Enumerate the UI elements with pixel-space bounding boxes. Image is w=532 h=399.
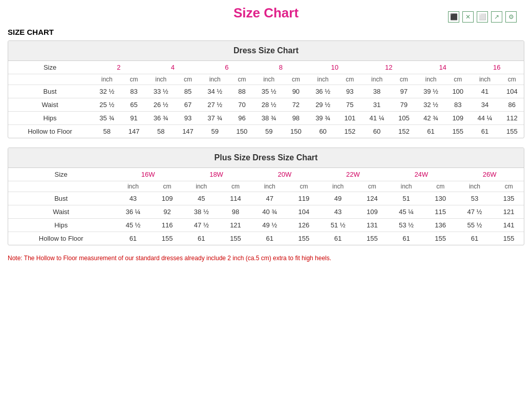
cell-value: 35 ¾ [92,112,122,125]
toolbar[interactable]: ⬛ ✕ ⬜ ↗ ⚙ [448,11,517,23]
cell-value: 96 [230,112,253,125]
unit-label: cm [289,181,318,192]
cell-value: 43 [114,192,152,205]
cell-value: 72 [284,98,308,112]
unit-label: inch [114,181,152,192]
unit-label: inch [319,181,357,192]
cell-value: 33 ½ [146,85,176,98]
cell-value: 45 ½ [114,219,152,232]
row-label: Waist [8,205,114,219]
table-row: Bust32 ½8333 ½8534 ½8835 ½9036 ½93389739… [8,85,524,98]
cell-value: 79 [392,98,416,112]
unit-label: inch [308,74,338,85]
cell-value: 124 [357,192,387,205]
cell-value: 135 [494,192,524,205]
cell-value: 119 [289,192,318,205]
cell-value: 60 [308,125,338,138]
copy-icon[interactable]: ⬜ [477,11,488,23]
row-label: Bust [8,85,92,98]
table-row: Waist25 ½6526 ½6727 ½7028 ½7229 ½7531793… [8,98,524,112]
row-label: Bust [8,192,114,205]
dress-size-chart: Dress Size ChartSize246810121416inchcmin… [8,40,524,138]
cell-value: 47 ½ [182,219,221,232]
cell-value: 51 ½ [319,219,357,232]
unit-label: cm [230,74,253,85]
cell-value: 105 [392,112,416,125]
plus-table: Plus Size Dress Size ChartSize16W18W20W2… [8,148,524,245]
unit-label: inch [254,74,284,85]
cell-value: 35 ½ [254,85,284,98]
size-value: 24W [387,168,455,181]
cell-value: 97 [392,85,416,98]
cell-value: 34 ½ [200,85,230,98]
cell-value: 65 [122,98,145,112]
unit-label: cm [357,181,387,192]
cell-value: 93 [176,112,200,125]
size-value: 22W [319,168,387,181]
cell-value: 28 ½ [254,98,284,112]
cell-value: 155 [357,232,387,245]
cell-value: 58 [92,125,122,138]
cell-value: 47 ½ [455,205,494,219]
cell-value: 58 [146,125,176,138]
page-title: Size Chart [233,5,299,21]
cell-value: 109 [152,192,182,205]
dress-table: Dress Size ChartSize246810121416inchcmin… [8,41,524,138]
cell-value: 131 [357,219,387,232]
unit-label: inch [200,74,230,85]
save-icon[interactable]: ⬛ [448,11,459,23]
cell-value: 38 [361,85,392,98]
size-value: 6 [200,61,253,74]
cell-value: 155 [289,232,318,245]
cell-value: 70 [230,98,253,112]
cell-value: 130 [425,192,455,205]
row-label: Hollow to Floor [8,125,92,138]
cell-value: 150 [284,125,308,138]
size-value: 14 [416,61,470,74]
cell-value: 49 ½ [250,219,289,232]
cell-value: 155 [221,232,250,245]
plus-size-chart: Plus Size Dress Size ChartSize16W18W20W2… [8,148,524,245]
cell-value: 45 ¼ [387,205,425,219]
unit-label: inch [387,181,425,192]
cell-value: 114 [221,192,250,205]
cell-value: 109 [446,112,470,125]
size-value: 20W [250,168,318,181]
cell-value: 112 [500,112,524,125]
share-icon[interactable]: ↗ [491,11,502,23]
table-row: Hollow to Floor5814758147591505915060152… [8,125,524,138]
cell-value: 121 [221,219,250,232]
close-icon[interactable]: ✕ [462,11,474,23]
table-row: Hips45 ½11647 ½12149 ½12651 ½13153 ½1365… [8,219,524,232]
unit-label: inch [146,74,176,85]
cell-value: 91 [122,112,145,125]
settings-icon[interactable]: ⚙ [505,11,517,23]
cell-value: 32 ½ [92,85,122,98]
section-title: SIZE CHART [8,28,524,36]
unit-label: cm [425,181,455,192]
cell-value: 51 [387,192,425,205]
cell-value: 27 ½ [200,98,230,112]
cell-value: 98 [221,205,250,219]
row-label: Hips [8,219,114,232]
cell-value: 92 [152,205,182,219]
cell-value: 37 ¾ [200,112,230,125]
unit-label: inch [455,181,494,192]
cell-value: 86 [500,98,524,112]
size-label: Size [8,168,114,181]
cell-value: 45 [182,192,221,205]
unit-label: cm [446,74,470,85]
cell-value: 115 [425,205,455,219]
unit-label: inch [92,74,122,85]
unit-label: cm [152,181,182,192]
cell-value: 88 [230,85,253,98]
cell-value: 34 [470,98,500,112]
cell-value: 147 [176,125,200,138]
cell-value: 109 [357,205,387,219]
cell-value: 155 [446,125,470,138]
cell-value: 83 [122,85,145,98]
cell-value: 104 [500,85,524,98]
cell-value: 141 [494,219,524,232]
cell-value: 26 ½ [146,98,176,112]
unit-label: cm [122,74,145,85]
